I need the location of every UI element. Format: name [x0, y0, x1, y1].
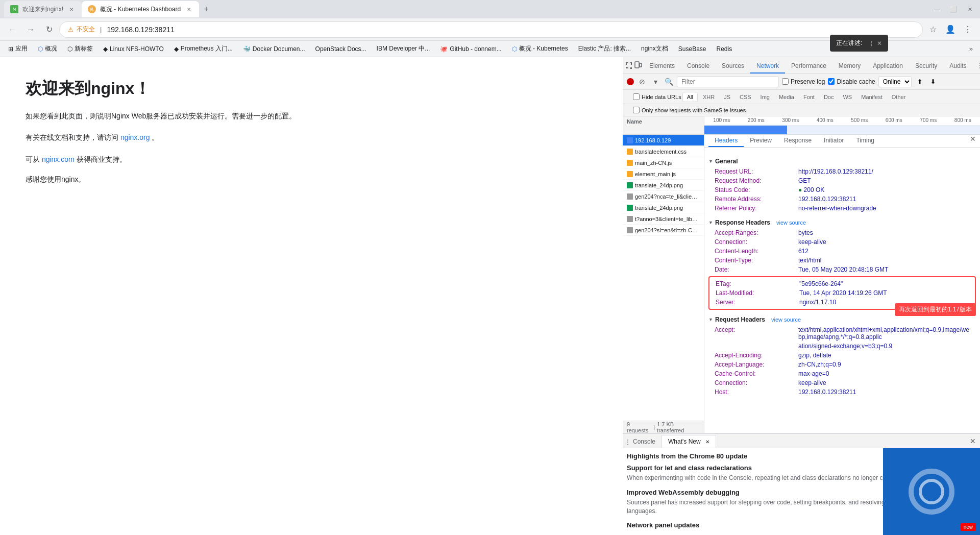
disable-cache-checkbox[interactable]: Disable cache: [828, 78, 875, 85]
forward-button[interactable]: →: [22, 21, 39, 38]
bookmark-k8s[interactable]: ⬡ 概况 - Kubernetes: [508, 42, 572, 55]
request-item-8[interactable]: gen204?sl=en&tl=zh-CN&tex...: [623, 225, 704, 236]
response-view-source[interactable]: view source: [776, 220, 806, 226]
headers-close-button[interactable]: ✕: [970, 135, 976, 147]
throttle-select[interactable]: Online: [878, 76, 912, 87]
tab-1-close[interactable]: ✕: [67, 5, 76, 13]
import-button[interactable]: ⬆: [915, 77, 925, 87]
req-icon-0: [627, 137, 633, 143]
host-name: Host:: [715, 388, 796, 396]
close-button[interactable]: ✕: [964, 3, 976, 15]
more-bookmarks-button[interactable]: »: [966, 43, 976, 55]
filter-css[interactable]: CSS: [736, 92, 755, 102]
bookmark-suse[interactable]: SuseBase: [674, 43, 710, 55]
h-tab-timing[interactable]: Timing: [850, 135, 880, 147]
reload-button[interactable]: ↻: [41, 21, 57, 38]
tab-1[interactable]: N 欢迎来到nginx! ✕: [4, 1, 82, 17]
tab-2[interactable]: K 概况 - Kubernetes Dashboard ✕: [82, 1, 199, 17]
console-tab-whats-new[interactable]: What's New ✕: [662, 435, 716, 448]
filter-ws[interactable]: WS: [839, 92, 856, 102]
bookmark-ibm[interactable]: IBM Developer 中...: [373, 42, 434, 55]
request-item-0[interactable]: 192.168.0.129: [623, 135, 704, 146]
tab-audits[interactable]: Audits: [943, 59, 972, 74]
bookmark-github[interactable]: 🐙 GitHub - donnem...: [436, 43, 505, 55]
tab-security[interactable]: Security: [909, 59, 943, 74]
bookmark-apps[interactable]: ⊞ 应用: [4, 42, 32, 55]
maximize-button[interactable]: ⬜: [947, 3, 960, 15]
filter-media[interactable]: Media: [775, 92, 798, 102]
notification-close[interactable]: ⟨: [870, 40, 873, 47]
request-view-source[interactable]: view source: [771, 317, 801, 323]
bookmark-openstack[interactable]: OpenStack Docs...: [311, 43, 371, 55]
notification-overlay: 正在讲述: ⟨ ✕: [830, 35, 888, 52]
bookmark-nfs[interactable]: ◆ Linux NFS-HOWTO: [99, 43, 168, 55]
preserve-log-checkbox[interactable]: Preserve log: [782, 78, 825, 85]
filter-img[interactable]: Img: [756, 92, 774, 102]
filter-font[interactable]: Font: [799, 92, 819, 102]
tab-elements[interactable]: Elements: [643, 59, 681, 74]
clear-button[interactable]: ⊘: [637, 77, 647, 87]
connection-name: Connection:: [715, 238, 796, 246]
address-input[interactable]: ⚠ 不安全 | 192.168.0.129:38211: [59, 21, 923, 38]
request-item-7[interactable]: t?anno=3&client=te_lib&form...: [623, 213, 704, 225]
filter-doc[interactable]: Doc: [820, 92, 838, 102]
h-tab-initiator[interactable]: Initiator: [818, 135, 850, 147]
inspect-element-button[interactable]: [625, 59, 633, 71]
bookmark-docker[interactable]: 🐳 Docker Documen...: [239, 43, 309, 55]
whats-new-close[interactable]: ✕: [705, 439, 709, 445]
request-item-3[interactable]: element_main.js: [623, 168, 704, 180]
filter-all[interactable]: All: [682, 92, 698, 102]
filter-xhr[interactable]: XHR: [699, 92, 719, 102]
profile-button[interactable]: 👤: [942, 21, 959, 38]
request-item-4[interactable]: translate_24dp.png: [623, 180, 704, 191]
h-tab-response[interactable]: Response: [778, 135, 818, 147]
new-tab-button[interactable]: +: [199, 2, 213, 16]
export-button[interactable]: ⬇: [928, 77, 938, 87]
conn-req-value: keep-alive: [798, 379, 826, 386]
conn-req-row: Connection: keep-alive: [708, 378, 976, 387]
network-panel: ⊘ ▾ 🔍 Preserve log Disable cache Online: [623, 74, 980, 433]
bookmark-prometheus[interactable]: ◆ Prometheus 入门...: [170, 42, 237, 55]
notification-settings[interactable]: ✕: [877, 40, 882, 47]
tab-performance[interactable]: Performance: [785, 59, 832, 74]
general-section-header[interactable]: General: [708, 156, 976, 167]
more-button[interactable]: ⋮: [960, 21, 976, 38]
hide-data-urls-checkbox[interactable]: Hide data URLs: [633, 93, 681, 100]
h-tab-preview[interactable]: Preview: [744, 135, 778, 147]
console-tab-console[interactable]: Console: [627, 435, 662, 448]
response-headers-header[interactable]: Response Headers view source: [708, 217, 976, 228]
filter-other[interactable]: Other: [888, 92, 910, 102]
request-item-2[interactable]: main_zh-CN.js: [623, 157, 704, 168]
console-more-button[interactable]: ⋮: [623, 436, 627, 448]
h-tab-headers[interactable]: Headers: [708, 135, 744, 147]
devtools-more-button[interactable]: ⋮: [974, 59, 980, 71]
tab-console[interactable]: Console: [681, 59, 716, 74]
back-button[interactable]: ←: [4, 21, 20, 38]
request-item-1[interactable]: translateelement.css: [623, 146, 704, 157]
bookmark-redis[interactable]: Redis: [712, 43, 736, 55]
bookmark-nginx[interactable]: nginx文档: [637, 42, 672, 55]
tab-2-close[interactable]: ✕: [185, 5, 193, 13]
only-samesite-checkbox[interactable]: Only show requests with SameSite issues: [633, 107, 746, 113]
nginx-com-link[interactable]: nginx.com: [42, 155, 75, 163]
bookmark-newtab[interactable]: ⬡ 新标签: [63, 42, 97, 55]
tab-memory[interactable]: Memory: [832, 59, 867, 74]
minimize-button[interactable]: —: [931, 3, 943, 15]
bottom-close-button[interactable]: ✕: [970, 437, 976, 445]
bookmark-button[interactable]: ☆: [925, 21, 941, 38]
tab-network[interactable]: Network: [750, 59, 785, 74]
filter-input[interactable]: [677, 76, 779, 87]
filter-js[interactable]: JS: [720, 92, 734, 102]
bookmark-overview[interactable]: ⬡ 概况: [34, 42, 61, 55]
request-item-6[interactable]: translate_24dp.png: [623, 202, 704, 213]
nginx-org-link[interactable]: nginx.org: [120, 133, 150, 141]
device-toolbar-button[interactable]: [634, 59, 642, 71]
search-button[interactable]: 🔍: [664, 77, 674, 87]
filter-manifest[interactable]: Manifest: [857, 92, 887, 102]
record-button[interactable]: [627, 78, 634, 85]
tab-sources[interactable]: Sources: [716, 59, 750, 74]
request-item-5[interactable]: gen204?nca=te_li&client=te_li...: [623, 191, 704, 202]
tab-application[interactable]: Application: [867, 59, 909, 74]
filter-button[interactable]: ▾: [650, 77, 660, 87]
bookmark-elastic[interactable]: Elastic 产品: 搜索...: [574, 42, 635, 55]
